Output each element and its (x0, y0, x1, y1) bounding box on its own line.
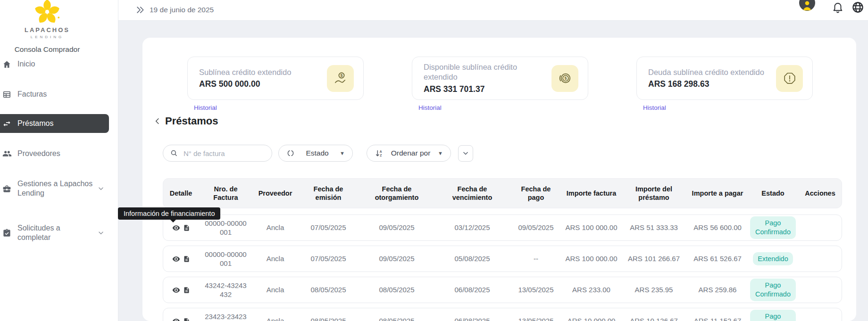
svg-text:Z: Z (380, 153, 382, 156)
cell-invoice-amount: ARS 10 000.00 (562, 316, 621, 321)
double-chevron-right-icon[interactable] (135, 5, 145, 15)
sidebar-item-label: Gestiones a Lapachos Lending (17, 179, 93, 198)
sidebar-item-inicio[interactable]: Inicio (0, 55, 118, 74)
status-badge: Pago Confirmado (750, 279, 796, 301)
sidebar-item-facturas[interactable]: Facturas (0, 85, 118, 104)
cell-grant-date: 09/05/2025 (359, 254, 434, 263)
column-header: Fecha de emisión (298, 185, 359, 202)
search-input-wrap[interactable] (163, 145, 272, 162)
cell-grant-date: 08/05/2025 (359, 285, 434, 295)
briefcase-icon (2, 184, 12, 193)
historial-link[interactable]: Historial (194, 104, 217, 111)
sidebar-item-label: Facturas (17, 90, 93, 99)
cell-loan-amount: ARS 235.95 (621, 285, 687, 295)
ordenar-label: Ordenar por (391, 149, 431, 157)
estado-dropdown[interactable]: Estado ▼ (278, 145, 353, 162)
people-icon (2, 149, 12, 158)
swap-arrows-icon (2, 119, 12, 128)
cell-issue-date: 08/05/2025 (298, 285, 359, 295)
document-icon[interactable] (183, 318, 190, 321)
search-input[interactable] (183, 149, 265, 158)
cell-detalle (163, 255, 199, 263)
eye-icon[interactable] (172, 286, 180, 294)
card-deuda-sublinea: Deuda sublínea crédito extendido ARS 168… (636, 57, 813, 100)
summary-cards: Sublínea crédito extendido ARS 500 000.0… (187, 57, 813, 112)
cell-pay-amount: ARS 11 152.67 (687, 316, 748, 321)
cell-invoice: 00000-00000001 (199, 219, 253, 237)
more-filters-button[interactable] (458, 145, 473, 162)
chevron-down-icon (462, 150, 469, 156)
card-value: ARS 500 000.00 (199, 79, 291, 89)
eye-icon[interactable] (172, 317, 180, 321)
card-title: Deuda sublínea crédito extendido (648, 67, 764, 77)
svg-text:$: $ (564, 76, 567, 81)
column-header: Fecha de vencimiento (434, 185, 510, 202)
table-row: 23423-23423423 Ancla 08/05/2025 08/05/20… (163, 308, 842, 321)
status-circle-icon (286, 149, 295, 157)
cell-pay-amount: ARS 61 526.67 (687, 254, 748, 263)
sidebar-item-gestiones[interactable]: Gestiones a Lapachos Lending (0, 175, 118, 202)
cell-provider: Ancla (253, 223, 298, 232)
sidebar-item-solicitudes[interactable]: Solicitudes a completar (0, 220, 118, 246)
cell-detalle (163, 317, 199, 321)
ordenar-dropdown[interactable]: A Z Ordenar por ▼ (367, 145, 451, 162)
cell-due-date: 06/08/2025 (434, 316, 510, 321)
brand-logo: LAPACHOS LENDING Consola Comprador (0, 0, 94, 54)
clipboard-check-icon (2, 229, 12, 238)
column-header: Importe a pagar (687, 189, 748, 198)
cell-issue-date: 08/05/2025 (298, 316, 359, 321)
document-icon[interactable] (183, 255, 190, 263)
column-header: Detalle (163, 189, 199, 198)
card-title: Sublínea crédito extendido (199, 67, 291, 77)
page-title: Préstamos (165, 115, 218, 127)
eye-icon[interactable] (172, 224, 180, 232)
historial-link[interactable]: Historial (418, 104, 442, 111)
home-icon (2, 60, 12, 69)
eye-icon[interactable] (172, 255, 180, 263)
column-header: Fecha de pago (510, 185, 562, 202)
status-badge: Pago Confirmado (750, 216, 796, 239)
historial-link[interactable]: Historial (643, 104, 666, 111)
sort-az-icon: A Z (375, 149, 384, 158)
card-value: ARS 168 298.63 (648, 79, 764, 89)
table-row: 00000-00000001 Ancla 07/05/2025 09/05/20… (163, 246, 842, 272)
cell-provider: Ancla (253, 316, 298, 321)
card-title: Disponible sublínea crédito extendido (424, 62, 551, 82)
cell-grant-date: 08/05/2025 (359, 316, 434, 321)
sidebar-item-prestamos[interactable]: Préstamos (0, 114, 109, 133)
sidebar-item-label: Préstamos (17, 119, 93, 128)
bell-icon[interactable] (832, 1, 843, 14)
cell-invoice-amount: ARS 100 000.00 (562, 223, 621, 232)
cell-loan-amount: ARS 101 266.67 (621, 254, 687, 263)
caret-down-icon: ▼ (438, 150, 443, 156)
table-header: DetalleNro. de FacturaProveedorFecha de … (163, 178, 842, 208)
document-icon[interactable] (183, 224, 190, 231)
cell-pay-amount: ARS 56 600.00 (687, 223, 748, 232)
sidebar: LAPACHOS LENDING Consola Comprador Inici… (0, 0, 118, 321)
estado-label: Estado (306, 149, 328, 157)
cell-invoice-amount: ARS 233.00 (562, 285, 621, 295)
globe-icon[interactable] (851, 1, 864, 14)
caret-down-icon: ▼ (340, 150, 345, 156)
cell-detalle (163, 286, 199, 294)
tooltip-caret (170, 219, 176, 222)
cell-issue-date: 07/05/2025 (298, 223, 359, 232)
column-header: Importe del préstamo (621, 185, 687, 202)
cell-pay-date: 13/05/2025 (510, 316, 562, 321)
main-panel: Sublínea crédito extendido ARS 500 000.0… (142, 38, 856, 321)
status-badge: Extendido (753, 252, 793, 266)
document-icon[interactable] (183, 287, 190, 294)
coins-icon: $ (551, 65, 578, 92)
cell-invoice: 43242-43243432 (199, 281, 253, 299)
cell-status: Pago Confirmado (748, 216, 798, 239)
sidebar-item-proveedores[interactable]: Proveedores (0, 144, 118, 163)
card-value: ARS 331 701.37 (424, 84, 551, 94)
cell-loan-amount: ARS 51 333.33 (621, 223, 687, 232)
cell-due-date: 06/08/2025 (434, 285, 510, 295)
svg-text:A: A (380, 149, 382, 153)
user-avatar[interactable] (799, 0, 815, 11)
chevron-left-icon[interactable] (153, 117, 162, 125)
column-header: Fecha de otorgamiento (359, 185, 434, 202)
cell-due-date: 03/12/2025 (434, 223, 510, 232)
current-date: 19 de junio de 2025 (150, 6, 214, 14)
